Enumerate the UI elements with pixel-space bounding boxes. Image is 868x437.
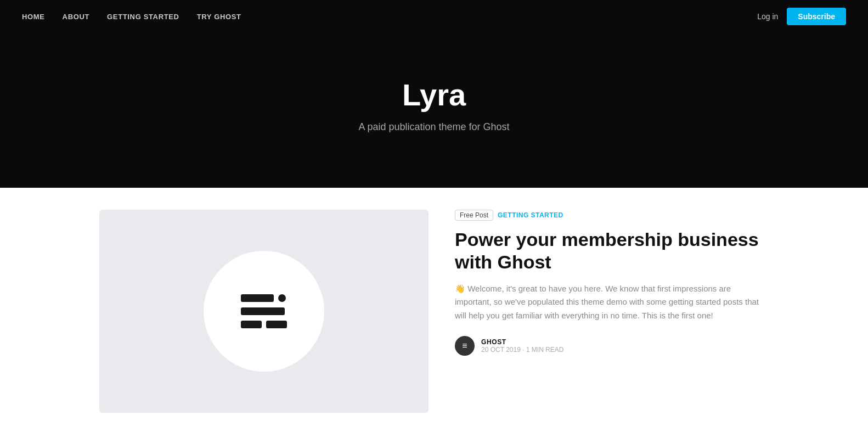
featured-image[interactable] [99, 210, 429, 413]
author-avatar-icon: ≡ [462, 341, 467, 351]
icon-row-2 [241, 307, 287, 315]
read-time: 1 MIN READ [526, 346, 564, 354]
hero-section: Lyra A paid publication theme for Ghost [0, 33, 868, 188]
icon-bar [266, 321, 287, 328]
main-content: Free Post GETTING STARTED Power your mem… [77, 188, 791, 413]
author-name: GHOST [481, 338, 564, 346]
icon-row-3 [241, 321, 287, 328]
icon-row-1 [241, 294, 287, 302]
nav-about[interactable]: ABOUT [63, 13, 89, 21]
login-link[interactable]: Log in [757, 12, 778, 21]
icon-bar [241, 307, 285, 315]
nav-try-ghost[interactable]: TRY GHOST [197, 13, 241, 21]
article-info: Free Post GETTING STARTED Power your mem… [455, 210, 769, 413]
icon-bar [241, 321, 262, 328]
nav-home[interactable]: HOME [22, 13, 45, 21]
author-meta: GHOST 20 OCT 2019 · 1 MIN READ [481, 338, 564, 354]
navigation: HOME ABOUT GETTING STARTED TRY GHOST Log… [0, 0, 868, 33]
site-title: Lyra [22, 77, 846, 113]
nav-actions: Log in Subscribe [757, 8, 846, 25]
icon-bar [241, 294, 274, 302]
category-badge[interactable]: GETTING STARTED [498, 211, 563, 219]
subscribe-button[interactable]: Subscribe [787, 8, 846, 25]
article-badges: Free Post GETTING STARTED [455, 210, 769, 221]
ghost-logo-circle [204, 251, 324, 372]
nav-getting-started[interactable]: GETTING STARTED [107, 13, 179, 21]
article-title[interactable]: Power your membership business with Ghos… [455, 228, 769, 273]
ghost-logo-bars [241, 294, 287, 328]
post-date: 20 OCT 2019 [481, 346, 521, 354]
free-post-badge: Free Post [455, 210, 493, 221]
nav-links: HOME ABOUT GETTING STARTED TRY GHOST [22, 13, 241, 21]
author-row: ≡ GHOST 20 OCT 2019 · 1 MIN READ [455, 336, 769, 356]
author-date: 20 OCT 2019 · 1 MIN READ [481, 346, 564, 354]
site-subtitle: A paid publication theme for Ghost [22, 121, 846, 133]
date-separator: · [522, 346, 526, 354]
article-excerpt: 👋 Welcome, it's great to have you here. … [455, 282, 769, 323]
author-avatar: ≡ [455, 336, 475, 356]
icon-dot [278, 294, 286, 302]
